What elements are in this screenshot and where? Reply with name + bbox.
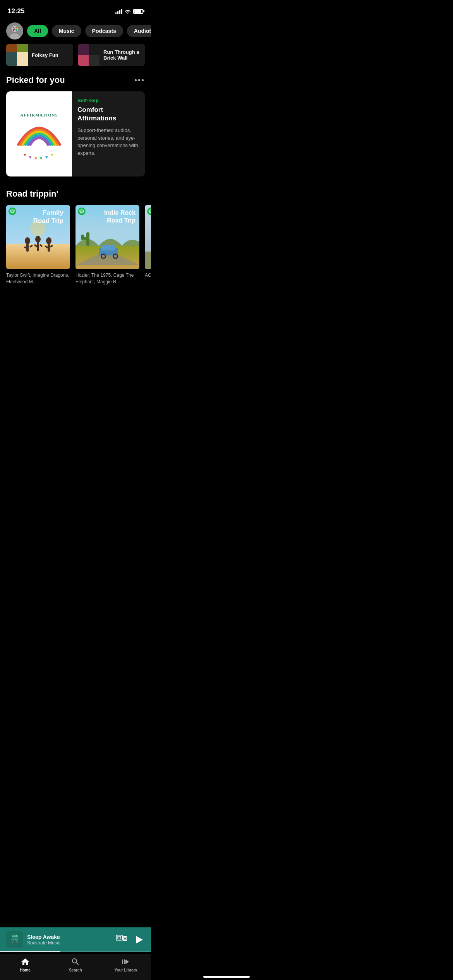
svg-point-38 bbox=[102, 255, 105, 258]
svg-rect-46 bbox=[145, 252, 151, 269]
playlist-cover-family: Family Road Trip bbox=[6, 205, 70, 269]
filter-music[interactable]: Music bbox=[52, 25, 81, 37]
filter-audiobooks[interactable]: Audiobooks bbox=[127, 25, 151, 37]
picked-title: Comfort Affirmations bbox=[77, 106, 139, 123]
picked-section-header: Picked for you ••• bbox=[0, 75, 151, 91]
status-time: 12:25 bbox=[8, 7, 24, 15]
battery-icon bbox=[133, 9, 143, 14]
picked-info: Self-help Comfort Affirmations Support-t… bbox=[72, 91, 145, 176]
quick-item-folksy[interactable]: ♪ Folksy Fun bbox=[6, 44, 73, 66]
svg-point-29 bbox=[9, 207, 16, 215]
road-section-title: Road trippin' bbox=[6, 189, 58, 199]
playlist-row: Family Road Trip Taylor Swift, Imagine D… bbox=[0, 205, 151, 295]
picked-card[interactable]: AFFIRMATIONS ♥ ♥ ♥ ♥ ♥ ♥ Self-help Comfo… bbox=[6, 91, 145, 176]
playlist-cover-classic: Cla... bbox=[145, 205, 151, 269]
playlist-artists-indie: Hozier, The 1975, Cage The Elephant, Mag… bbox=[76, 272, 139, 285]
svg-rect-34 bbox=[81, 235, 84, 240]
playlist-item-classic[interactable]: Cla... AC/DC, Elton Jo... bbox=[145, 205, 151, 285]
picked-cover-image: AFFIRMATIONS ♥ ♥ ♥ ♥ ♥ ♥ bbox=[6, 91, 72, 176]
playlist-artists-classic: AC/DC, Elton Jo... bbox=[145, 272, 151, 279]
svg-text:♥: ♥ bbox=[50, 152, 53, 158]
picked-category: Self-help bbox=[77, 98, 139, 103]
svg-point-15 bbox=[25, 237, 30, 244]
svg-point-43 bbox=[78, 207, 86, 215]
playlist-cover-indie: Indie Rock Road Trip bbox=[76, 205, 139, 269]
playlist-item-indie[interactable]: Indie Rock Road Trip Hozier, The 1975, C… bbox=[76, 205, 139, 285]
quick-label-folksy: Folksy Fun bbox=[32, 52, 73, 58]
quick-label-brick: Run Through a Brick Wall bbox=[103, 49, 145, 61]
quick-thumb-brick bbox=[78, 44, 100, 66]
wifi-icon bbox=[125, 9, 131, 14]
filter-all[interactable]: All bbox=[27, 25, 48, 37]
svg-text:Road Trip: Road Trip bbox=[107, 217, 136, 224]
svg-point-23 bbox=[46, 237, 51, 244]
svg-text:♥: ♥ bbox=[23, 152, 26, 158]
svg-text:Family: Family bbox=[43, 209, 63, 216]
quick-access-row: ♪ Folksy Fun Run Through a Brick Wall bbox=[0, 44, 151, 75]
svg-text:👫: 👫 bbox=[12, 27, 19, 33]
svg-text:♥: ♥ bbox=[34, 156, 37, 161]
filter-podcasts[interactable]: Podcasts bbox=[85, 25, 123, 37]
status-bar: 12:25 bbox=[0, 0, 151, 19]
svg-text:♥: ♥ bbox=[45, 154, 48, 160]
quick-thumb-folksy: ♪ bbox=[6, 44, 28, 66]
picked-section-title: Picked for you bbox=[6, 75, 65, 85]
road-section-header: Road trippin' bbox=[0, 189, 151, 205]
quick-item-brick[interactable]: Run Through a Brick Wall bbox=[78, 44, 145, 66]
signal-icon bbox=[115, 9, 122, 14]
filter-bar: 👫 All Music Podcasts Audiobooks bbox=[0, 19, 151, 44]
svg-rect-36 bbox=[101, 245, 115, 250]
svg-text:♥: ♥ bbox=[29, 154, 31, 160]
playlist-item-family[interactable]: Family Road Trip Taylor Swift, Imagine D… bbox=[6, 205, 70, 285]
svg-text:♥: ♥ bbox=[39, 156, 42, 161]
playlist-artists-family: Taylor Swift, Imagine Dragons, Fleetwood… bbox=[6, 272, 70, 285]
svg-text:Road Trip: Road Trip bbox=[33, 217, 63, 224]
svg-text:Indie Rock: Indie Rock bbox=[104, 209, 136, 216]
picked-desc: Support-themed audios, personal stories,… bbox=[77, 127, 139, 157]
status-icons bbox=[115, 9, 143, 14]
svg-point-19 bbox=[35, 236, 41, 243]
svg-point-40 bbox=[114, 255, 117, 258]
picked-more-button[interactable]: ••• bbox=[134, 76, 145, 85]
svg-text:AFFIRMATIONS: AFFIRMATIONS bbox=[20, 113, 58, 117]
user-avatar[interactable]: 👫 bbox=[6, 22, 23, 39]
